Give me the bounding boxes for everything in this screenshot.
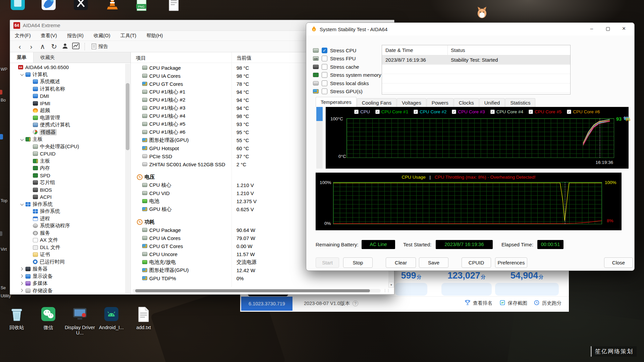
tab-favorites[interactable]: 收藏夹 (34, 52, 62, 63)
aida64-hscrollbar-thumb[interactable] (135, 289, 370, 292)
tree-item-25[interactable]: DLL 文件 (11, 244, 124, 251)
tree-item-19[interactable]: 操作系统 (11, 201, 124, 208)
checkbox-unchecked[interactable] (322, 64, 327, 70)
close-button[interactable]: Close (604, 257, 633, 268)
desktop-icon-wechat[interactable]: 微信 (32, 306, 64, 330)
stress-option-2[interactable]: Stress cache (313, 63, 383, 71)
tree-item-11[interactable]: 中央处理器(CPU) (11, 143, 124, 150)
tab-temperatures[interactable]: Temperatures (316, 97, 357, 107)
back-icon[interactable]: ‹ (14, 43, 25, 51)
clear-button[interactable]: Clear (386, 257, 416, 268)
checkbox-unchecked[interactable] (322, 88, 327, 94)
desktop-icon-recycle-bin[interactable]: 回收站 (1, 306, 33, 330)
tree-item-17[interactable]: BIOS (11, 186, 124, 194)
legend-item-5[interactable]: ✓CPU Core #5 (529, 109, 561, 114)
refresh-icon[interactable]: ↻ (48, 43, 60, 51)
tab-menu[interactable]: 菜单 (10, 52, 34, 63)
stop-button[interactable]: Stop (343, 257, 373, 268)
user-icon[interactable] (60, 43, 70, 51)
aida64-hscrollbar[interactable] (132, 289, 381, 293)
expand-arrow-icon[interactable] (19, 281, 25, 286)
tree-item-30[interactable]: 多媒体 (11, 280, 124, 287)
edge-chart-icon[interactable] (41, 0, 56, 15)
expand-arrow-icon[interactable] (19, 201, 25, 207)
tree-item-15[interactable]: SPD (11, 172, 124, 179)
expand-arrow-icon[interactable] (19, 288, 25, 293)
legend-item-0[interactable]: ✓CPU (354, 109, 370, 114)
tree-item-4[interactable]: DMI (11, 93, 124, 100)
legend-checkbox[interactable]: ✓ (452, 110, 456, 114)
checkbox-unchecked[interactable] (322, 56, 327, 61)
menu-item-3[interactable]: 收藏(O) (94, 33, 110, 39)
tree-item-20[interactable]: 操作系统 (11, 208, 124, 215)
scroll-down-button[interactable]: ▾ (388, 282, 394, 288)
checkbox-unchecked[interactable] (322, 72, 327, 78)
tab-voltages[interactable]: Voltages (397, 98, 426, 107)
tree-item-1[interactable]: 计算机 (11, 71, 124, 78)
tree-item-2[interactable]: 系统概述 (11, 78, 124, 85)
tree-item-5[interactable]: IPMI (11, 100, 124, 107)
expand-arrow-icon[interactable] (19, 266, 25, 272)
expand-arrow-icon[interactable] (19, 137, 25, 142)
maximize-button[interactable] (600, 23, 615, 34)
menu-item-1[interactable]: 查看(V) (41, 33, 57, 39)
tree-item-21[interactable]: 进程 (11, 215, 124, 223)
desktop-icon-android[interactable]: Android_I... (95, 306, 127, 330)
tree-item-28[interactable]: 服务器 (11, 265, 124, 273)
png-file-icon[interactable]: PNG (136, 0, 151, 15)
tree-item-7[interactable]: 电源管理 (11, 114, 124, 122)
legend-item-6[interactable]: ✓CPU Core #6 (567, 109, 600, 114)
legend-checkbox[interactable]: ✓ (375, 110, 380, 114)
tab-statistics[interactable]: Statistics (505, 98, 535, 107)
stress-option-4[interactable]: Stress local disks (313, 79, 383, 87)
tree-scrollbar-thumb[interactable] (126, 83, 129, 150)
menu-item-4[interactable]: 工具(T) (120, 33, 137, 39)
link-snapshot[interactable]: 保存截图 (499, 299, 527, 307)
tree-item-24[interactable]: AX 文件 (11, 237, 124, 244)
legend-checkbox[interactable]: ✓ (414, 110, 418, 114)
tab-unified[interactable]: Unified (479, 98, 505, 107)
legend-checkbox[interactable]: ✓ (567, 110, 571, 114)
tree-item-23[interactable]: 服务 (11, 230, 124, 237)
link-trophy[interactable]: 查看排名 (464, 299, 492, 307)
preferences-button[interactable]: Preferences (495, 257, 527, 268)
tree-item-31[interactable]: 存储设备 (11, 287, 124, 293)
tree-item-14[interactable]: 内存 (11, 165, 124, 172)
expand-arrow-icon[interactable] (19, 274, 25, 279)
resize-grip[interactable]: ⋮⋮ (383, 289, 388, 293)
tree-item-13[interactable]: 主板 (11, 158, 124, 165)
tree-item-26[interactable]: 证书 (11, 251, 124, 258)
stress-option-5[interactable]: Stress GPU(s) (313, 87, 383, 96)
tree-item-18[interactable]: ACPI (11, 193, 124, 201)
vlc-icon[interactable] (105, 0, 120, 15)
close-window-button[interactable]: × (616, 23, 632, 34)
column-item[interactable]: 项目 (136, 55, 146, 61)
column-date-time[interactable]: Date & Time (385, 47, 413, 53)
menu-item-2[interactable]: 报告(R) (67, 33, 84, 39)
tree-item-12[interactable]: CPUID (11, 150, 124, 158)
x-app-icon[interactable] (73, 0, 89, 15)
help-icon[interactable]: ? (353, 301, 358, 306)
legend-checkbox[interactable]: ✓ (354, 110, 359, 114)
tree-item-22[interactable]: 系统驱动程序 (11, 222, 124, 230)
column-value[interactable]: 当前值 (236, 55, 252, 61)
forward-icon[interactable]: › (25, 43, 37, 51)
expand-arrow-icon[interactable] (19, 72, 25, 77)
tree-item-29[interactable]: 显示设备 (11, 273, 124, 280)
legend-item-2[interactable]: ✓CPU Core #2 (414, 109, 446, 114)
tab-cooling-fans[interactable]: Cooling Fans (357, 98, 396, 107)
tree-item-6[interactable]: 超频 (11, 107, 124, 114)
column-status[interactable]: Status (451, 47, 465, 53)
sensor-row[interactable]: GPU TDP%0% (131, 274, 388, 282)
legend-checkbox[interactable]: ✓ (529, 110, 533, 114)
tree-item-8[interactable]: 便携式计算机 (11, 121, 124, 129)
legend-item-1[interactable]: ✓CPU Core #1 (375, 109, 408, 114)
doc-file-icon[interactable] (168, 0, 183, 15)
checkbox-checked[interactable]: ✓ (322, 48, 327, 53)
stress-option-1[interactable]: 123Stress FPU (313, 55, 383, 63)
stress-option-3[interactable]: Stress system memory (313, 71, 383, 79)
menu-item-5[interactable]: 帮助(H) (146, 33, 163, 39)
graph-icon[interactable] (70, 43, 81, 51)
legend-item-4[interactable]: ✓CPU Core #4 (490, 109, 523, 114)
chart-scrollbar[interactable] (316, 107, 323, 169)
